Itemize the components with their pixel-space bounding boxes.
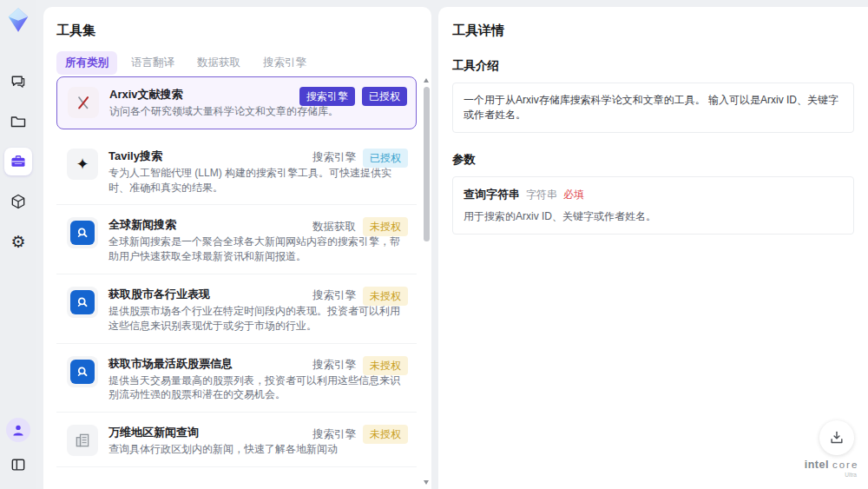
- intro-text: 一个用于从Arxiv存储库搜索科学论文和文章的工具。 输入可以是Arxiv ID…: [464, 94, 838, 121]
- tab-data-fetch[interactable]: 数据获取: [188, 51, 249, 75]
- auth-badge: 未授权: [363, 425, 408, 444]
- left-sidebar: ⚙: [0, 0, 36, 489]
- tool-list-panel: 工具集 所有类别 语言翻译 数据获取 搜索引擎 Arxiv文献搜索 访问各个研究…: [43, 7, 431, 489]
- gear-icon: ⚙: [10, 234, 25, 250]
- sidebar-item-tools[interactable]: [4, 148, 32, 175]
- detail-title: 工具详情: [438, 7, 868, 39]
- core-wordmark: core: [832, 459, 858, 470]
- panel-toggle-icon: [10, 456, 27, 473]
- category-label: 搜索引擎: [312, 427, 356, 442]
- category-label: 搜索引擎: [312, 150, 356, 165]
- news-search-icon: [67, 217, 98, 248]
- user-avatar[interactable]: [6, 418, 30, 442]
- tab-language-translation[interactable]: 语言翻译: [122, 51, 183, 75]
- news-search-icon: [67, 287, 98, 318]
- tool-card-regional-news[interactable]: 万维地区新闻查询 查询具体行政区划内的新闻，快速了解各地新闻动 搜索引擎 未授权: [56, 415, 417, 467]
- arxiv-icon: [68, 87, 99, 118]
- category-label: 搜索引擎: [312, 358, 356, 373]
- tool-card-global-news[interactable]: 全球新闻搜索 全球新闻搜索是一个聚合全球各大新闻网站内容的搜索引擎，帮助用户快速…: [56, 208, 417, 274]
- download-button[interactable]: [819, 420, 854, 455]
- sidebar-item-packages[interactable]: [4, 188, 32, 215]
- param-box: 查询字符串 字符串 必填 用于搜索的Arxiv ID、关键字或作者姓名。: [452, 176, 854, 235]
- scroll-up-arrow[interactable]: [424, 78, 429, 83]
- auth-badge: 未授权: [363, 287, 408, 306]
- tool-desc: 访问各个研究领域大量科学论文和文章的存储库。: [109, 104, 405, 119]
- scroll-down-arrow[interactable]: [424, 480, 429, 485]
- tool-desc: 提供当天交易量最高的股票列表，投资者可以利用这些信息来识别流动性强的股票和潜在的…: [108, 373, 406, 403]
- sidebar-item-chat[interactable]: [4, 68, 32, 96]
- sidebar-item-files[interactable]: [4, 108, 32, 135]
- tab-all-categories[interactable]: 所有类别: [56, 51, 117, 75]
- category-label: 数据获取: [312, 220, 356, 235]
- tool-desc: 全球新闻搜索是一个聚合全球各大新闻网站内容的搜索引擎，帮助用户快速获取全球最新资…: [108, 235, 406, 264]
- intel-wordmark: intel: [805, 459, 829, 471]
- intel-core-logo: intel core Ultra: [801, 459, 862, 478]
- person-icon: [10, 422, 26, 438]
- param-required-badge: 必填: [563, 188, 584, 202]
- cube-icon: [10, 193, 27, 210]
- intro-box: 一个用于从Arxiv存储库搜索科学论文和文章的工具。 输入可以是Arxiv ID…: [452, 83, 854, 133]
- category-badge: 搜索引擎: [299, 87, 355, 106]
- param-name: 查询字符串: [464, 187, 520, 202]
- page-title: 工具集: [43, 7, 431, 39]
- app-logo-icon: [5, 7, 31, 33]
- auth-badge: 未授权: [363, 356, 408, 375]
- briefcase-icon: [10, 153, 27, 170]
- intro-heading: 工具介绍: [452, 58, 854, 74]
- folder-icon: [10, 113, 27, 130]
- tool-card-most-active-stocks[interactable]: 获取市场最活跃股票信息 提供当天交易量最高的股票列表，投资者可以利用这些信息来识…: [56, 347, 417, 413]
- sparkle-icon: ✦: [67, 149, 98, 180]
- auth-badge: 已授权: [363, 149, 408, 168]
- tool-desc: 专为人工智能代理 (LLM) 构建的搜索引擎工具。可快速提供实时、准确和真实的结…: [108, 166, 406, 195]
- tool-desc: 提供股票市场各个行业在特定时间段内的表现。投资者可以利用这些信息来识别表现优于或…: [108, 304, 406, 334]
- param-desc: 用于搜索的Arxiv ID、关键字或作者姓名。: [464, 209, 843, 224]
- category-label: 搜索引擎: [312, 288, 356, 303]
- ultra-wordmark: Ultra: [801, 472, 862, 478]
- params-heading: 参数: [452, 152, 854, 168]
- tool-card-arxiv[interactable]: Arxiv文献搜索 访问各个研究领域大量科学论文和文章的存储库。 搜索引擎 已授…: [56, 76, 417, 129]
- tool-card-sector-performance[interactable]: 获取股市各行业表现 提供股票市场各个行业在特定时间段内的表现。投资者可以利用这些…: [56, 277, 417, 344]
- sidebar-item-settings[interactable]: ⚙: [4, 228, 32, 255]
- scrollbar-thumb[interactable]: [424, 87, 430, 241]
- panel-toggle-button[interactable]: [4, 451, 32, 479]
- auth-badge: 未授权: [363, 217, 408, 236]
- tool-detail-panel: 工具详情 工具介绍 一个用于从Arxiv存储库搜索科学论文和文章的工具。 输入可…: [438, 7, 868, 489]
- chat-icon: [10, 73, 27, 90]
- tool-card-tavily[interactable]: ✦ Tavily搜索 专为人工智能代理 (LLM) 构建的搜索引擎工具。可快速提…: [56, 139, 417, 206]
- tool-list: Arxiv文献搜索 访问各个研究领域大量科学论文和文章的存储库。 搜索引擎 已授…: [56, 76, 417, 470]
- news-search-icon: [67, 356, 98, 387]
- param-type: 字符串: [526, 188, 557, 202]
- auth-badge: 已授权: [362, 87, 407, 106]
- newspaper-icon: [67, 425, 98, 456]
- tool-desc: 查询具体行政区划内的新闻，快速了解各地新闻动: [108, 442, 406, 457]
- download-icon: [828, 429, 845, 446]
- tab-search-engine[interactable]: 搜索引擎: [254, 51, 315, 75]
- list-scrollbar[interactable]: [423, 78, 431, 485]
